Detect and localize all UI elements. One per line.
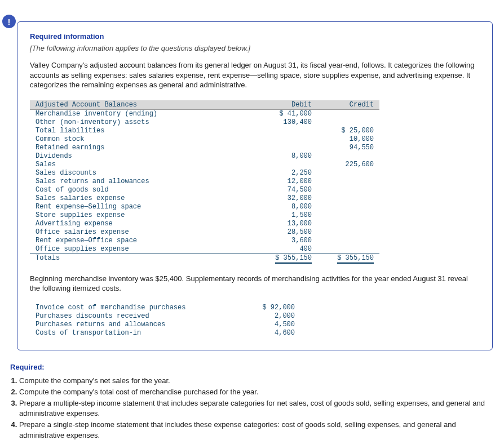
credit-cell [317,169,379,177]
list-item: Compute the company's net sales for the … [19,376,494,386]
account-cell: Sales returns and allowances [30,177,255,186]
table-row: Purchases returns and allowances4,500 [30,321,300,329]
account-cell: Cost of goods sold [30,186,255,194]
account-cell: Merchandise inventory (ending) [30,109,255,118]
debit-cell: 12,000 [255,177,317,186]
credit-cell: 225,600 [317,161,379,169]
debit-cell: 400 [255,245,317,254]
credit-cell [317,109,379,118]
table-row: Rent expense—Office space3,600 [30,237,379,245]
table-row: Store supplies expense1,500 [30,211,379,220]
credit-cell [317,194,379,203]
table-row: Sales225,600 [30,161,379,169]
table-row: Advertising expense13,000 [30,220,379,228]
credit-cell [317,203,379,211]
list-item: Prepare a multiple-step income statement… [19,398,494,419]
credit-cell [317,177,379,186]
debit-cell: 130,400 [255,118,317,127]
credit-cell: $ 25,000 [317,127,379,135]
credit-cell [317,152,379,161]
supp-value-cell: 4,600 [238,329,300,337]
list-item: Prepare a single-step income statement t… [19,420,494,440]
debit-cell [255,144,317,152]
required-heading: Required: [10,363,504,371]
debit-cell: 2,250 [255,169,317,177]
debit-cell: 32,000 [255,194,317,203]
table-row: Dividends8,000 [30,152,379,161]
totals-debit: $ 355,150 [275,254,312,264]
account-cell: Sales salaries expense [30,194,255,203]
alert-icon: ! [2,15,16,28]
table-row: Merchandise inventory (ending)$ 41,000 [30,109,379,118]
list-item: Compute the company's total cost of merc… [19,387,494,397]
required-list: Compute the company's net sales for the … [19,376,494,440]
table-row: Purchases discounts received2,000 [30,312,300,321]
account-cell: Office supplies expense [30,245,255,254]
table-row: Total liabilities$ 25,000 [30,127,379,135]
context-paragraph: Valley Company's adjusted account balanc… [30,60,480,90]
supp-label-cell: Invoice cost of merchandise purchases [30,304,238,312]
account-cell: Retained earnings [30,144,255,152]
col-debit: Debit [255,100,317,110]
supp-label-cell: Purchases discounts received [30,312,238,321]
supp-label-cell: Purchases returns and allowances [30,321,238,329]
credit-cell [317,220,379,228]
table-row: Sales discounts2,250 [30,169,379,177]
credit-cell [317,245,379,254]
table-row: Cost of goods sold74,500 [30,186,379,194]
table-row: Invoice cost of merchandise purchases$ 9… [30,304,300,312]
debit-cell [255,127,317,135]
adjusted-balances-table: Adjusted Account Balances Debit Credit M… [30,100,379,263]
table-row: Sales salaries expense32,000 [30,194,379,203]
account-cell: Sales [30,161,255,169]
supp-value-cell: 4,500 [238,321,300,329]
credit-cell [317,118,379,127]
credit-cell [317,237,379,245]
col-account: Adjusted Account Balances [30,100,255,110]
supp-value-cell: 2,000 [238,312,300,321]
table-row: Office supplies expense400 [30,245,379,254]
table-row: Office salaries expense28,500 [30,228,379,237]
account-cell: Sales discounts [30,169,255,177]
table-row: Common stock10,000 [30,135,379,144]
credit-cell [317,228,379,237]
table-row: Other (non-inventory) assets130,400 [30,118,379,127]
debit-cell: 3,600 [255,237,317,245]
info-card: Required information [The following info… [17,21,493,350]
debit-cell: 13,000 [255,220,317,228]
table-row: Costs of transportation-in4,600 [30,329,300,337]
table-row: Retained earnings94,550 [30,144,379,152]
account-cell: Advertising expense [30,220,255,228]
account-cell: Rent expense—Office space [30,237,255,245]
debit-cell [255,135,317,144]
table-row: Rent expense—Selling space8,000 [30,203,379,211]
alert-glyph: ! [8,17,11,26]
col-credit: Credit [317,100,379,110]
account-cell: Office salaries expense [30,228,255,237]
totals-label: Totals [30,254,255,263]
debit-cell: 1,500 [255,211,317,220]
account-cell: Other (non-inventory) assets [30,118,255,127]
required-info-heading: Required information [30,32,480,41]
debit-cell: 28,500 [255,228,317,237]
debit-cell: 74,500 [255,186,317,194]
supp-value-cell: $ 92,000 [238,304,300,312]
account-cell: Dividends [30,152,255,161]
intro-note: [The following information applies to th… [30,44,480,52]
credit-cell [317,186,379,194]
debit-cell: 8,000 [255,203,317,211]
account-cell: Rent expense—Selling space [30,203,255,211]
supp-label-cell: Costs of transportation-in [30,329,238,337]
table-row: Sales returns and allowances12,000 [30,177,379,186]
supplementary-table: Invoice cost of merchandise purchases$ 9… [30,304,300,337]
supplementary-paragraph: Beginning merchandise inventory was $25,… [30,274,480,294]
credit-cell: 10,000 [317,135,379,144]
debit-cell [255,161,317,169]
credit-cell [317,211,379,220]
totals-credit: $ 355,150 [337,254,374,264]
debit-cell: 8,000 [255,152,317,161]
account-cell: Total liabilities [30,127,255,135]
account-cell: Common stock [30,135,255,144]
debit-cell: $ 41,000 [255,109,317,118]
credit-cell: 94,550 [317,144,379,152]
